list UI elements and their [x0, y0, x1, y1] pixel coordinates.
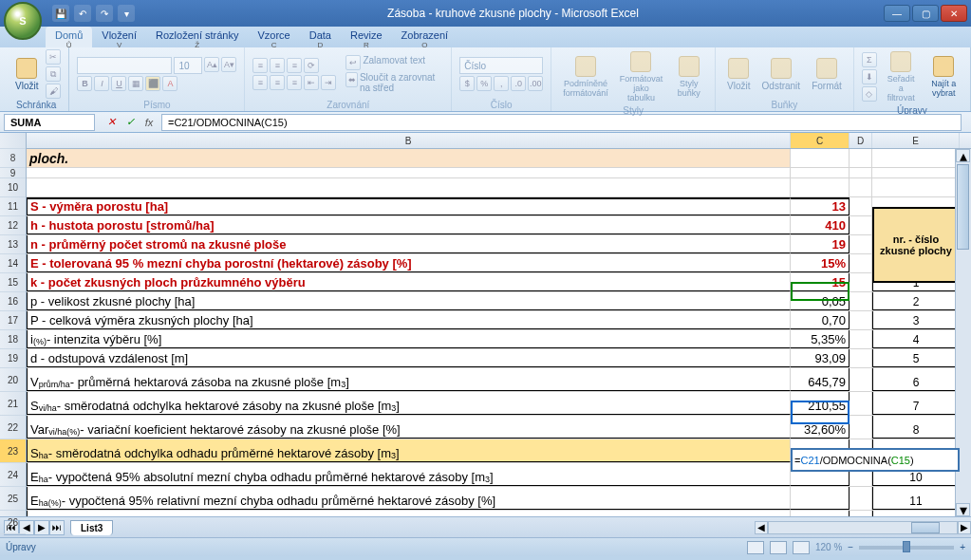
row-header[interactable]: 24: [0, 463, 26, 487]
active-cell-editor[interactable]: =C21/ODMOCNINA(C15): [791, 448, 960, 472]
tab-page-layout[interactable]: Rozložení stránkyŽ: [146, 27, 248, 47]
cell-E20[interactable]: 6: [872, 368, 960, 391]
font-size-select[interactable]: 10: [174, 57, 202, 74]
scroll-up-arrow[interactable]: ▴: [956, 149, 970, 162]
font-name-select[interactable]: [77, 57, 172, 74]
row-header[interactable]: 11: [0, 197, 26, 216]
sort-filter-button[interactable]: Seřadit a filtrovat: [881, 49, 922, 104]
italic-button[interactable]: I: [94, 76, 109, 91]
cell-B8[interactable]: ploch.: [27, 149, 791, 167]
scroll-down-arrow[interactable]: ▾: [956, 503, 970, 516]
cell-E18[interactable]: 4: [872, 330, 960, 348]
cell-C13[interactable]: 19: [791, 235, 850, 253]
col-header-B[interactable]: B: [27, 133, 791, 148]
cell-D15[interactable]: [850, 273, 872, 291]
cell-B14[interactable]: E - tolerovaná 95 % mezní chyba porostní…: [27, 254, 791, 272]
cell-B13[interactable]: n - průměrný počet stromů na zkusné ploš…: [27, 235, 791, 253]
format-painter-icon[interactable]: 🖌: [46, 84, 61, 99]
horizontal-scroll-thumb[interactable]: [911, 522, 940, 533]
row-header[interactable]: 22: [0, 416, 26, 439]
cell-B12[interactable]: h - hustota porostu [stromů/ha]: [27, 216, 791, 234]
find-select-button[interactable]: Najít a vybrat: [924, 54, 962, 100]
cell-E17[interactable]: 3: [872, 311, 960, 329]
col-header-C[interactable]: C: [791, 133, 850, 148]
tab-data[interactable]: DataD: [300, 27, 341, 47]
cell-D21[interactable]: [850, 392, 872, 415]
qat-undo-icon[interactable]: ↶: [74, 5, 91, 22]
bold-button[interactable]: B: [77, 76, 92, 91]
cell-C16[interactable]: 0,05: [791, 292, 850, 310]
row-header[interactable]: 12: [0, 216, 26, 235]
row-header[interactable]: 16: [0, 292, 26, 311]
sheet-tab-list3[interactable]: List3: [70, 520, 113, 535]
qat-redo-icon[interactable]: ↷: [96, 5, 113, 22]
zoom-slider[interactable]: [859, 546, 954, 550]
office-button[interactable]: S: [4, 2, 42, 40]
minimize-button[interactable]: —: [884, 5, 910, 22]
cell-E8[interactable]: [872, 149, 960, 167]
underline-button[interactable]: U: [111, 76, 126, 91]
cell-C21[interactable]: 210,55: [791, 392, 850, 415]
cell-C12[interactable]: 410: [791, 216, 850, 234]
fx-button[interactable]: fx: [140, 114, 158, 131]
cell-B20[interactable]: Vprům/ha - průměrná hektarová zásoba na …: [27, 368, 791, 391]
cell-C9[interactable]: [791, 168, 850, 177]
cell-E16[interactable]: 2: [872, 292, 960, 310]
cell-B9[interactable]: [27, 168, 791, 177]
cell-D26[interactable]: [850, 511, 872, 516]
row-header[interactable]: 21: [0, 392, 26, 416]
hscroll-right-arrow[interactable]: ▶: [958, 521, 971, 534]
cell-D9[interactable]: [850, 168, 872, 177]
cancel-formula-button[interactable]: ✕: [103, 114, 120, 131]
cell-D17[interactable]: [850, 311, 872, 329]
tab-home[interactable]: DomůŮ: [46, 27, 92, 47]
cell-C10[interactable]: [791, 178, 850, 196]
cell-C14[interactable]: 15%: [791, 254, 850, 272]
wrap-text-button[interactable]: ↩: [345, 55, 361, 70]
next-sheet-button[interactable]: ▶: [34, 520, 49, 535]
cell-E19[interactable]: 5: [872, 349, 960, 367]
col-header-D[interactable]: D: [850, 133, 872, 148]
cell-B24[interactable]: Eha - vypočtená 95% absolutní mezní chyb…: [27, 463, 791, 486]
row-header[interactable]: 19: [0, 349, 26, 368]
row-header[interactable]: 18: [0, 330, 26, 349]
row-header[interactable]: 20: [0, 368, 26, 392]
cell-D25[interactable]: [850, 487, 872, 510]
cell-C8[interactable]: [791, 149, 850, 167]
tab-view[interactable]: ZobrazeníO: [392, 27, 458, 47]
cell-C25[interactable]: [791, 487, 850, 510]
zoom-in-button[interactable]: +: [960, 542, 965, 552]
cell-D11[interactable]: [850, 197, 872, 215]
cell-B18[interactable]: i(%) - intenzita výběru [%]: [27, 330, 791, 348]
vertical-scroll-thumb[interactable]: [957, 164, 969, 250]
cell-B21[interactable]: Svi/ha - směrodatná odchylka hektarové z…: [27, 392, 791, 415]
cell-B23[interactable]: Sha - směrodatná odchylka odhadu průměrn…: [27, 439, 791, 462]
view-page-layout-button[interactable]: [770, 541, 787, 554]
last-sheet-button[interactable]: ⏭: [49, 520, 65, 535]
border-button[interactable]: ▦: [128, 76, 143, 91]
cell-D19[interactable]: [850, 349, 872, 367]
number-format-select[interactable]: Číslo: [459, 57, 543, 74]
cell-D13[interactable]: [850, 235, 872, 253]
cell-B17[interactable]: P - celková výměra zkusných plochy [ha]: [27, 311, 791, 329]
hscroll-left-arrow[interactable]: ◀: [755, 521, 768, 534]
conditional-formatting-button[interactable]: Podmíněné formátování: [559, 54, 612, 100]
cell-E22[interactable]: 8: [872, 416, 960, 439]
tab-insert[interactable]: VloženíV: [92, 27, 146, 47]
row-header[interactable]: 25: [0, 487, 26, 511]
cell-B15[interactable]: k - počet zkusných ploch průzkumného výb…: [27, 273, 791, 291]
format-cells-button[interactable]: Formát: [808, 56, 846, 93]
cell-B22[interactable]: Varvi/ha(%) - variační koeficient hektar…: [27, 416, 791, 439]
cell-B16[interactable]: p - velikost zkusné plochy [ha]: [27, 292, 791, 310]
merge-center-button[interactable]: ⬌: [345, 72, 357, 87]
cell-E21[interactable]: 7: [872, 392, 960, 415]
cell-E26[interactable]: 12: [872, 511, 960, 516]
row-header[interactable]: 13: [0, 235, 26, 254]
cell-B19[interactable]: d - odstupová vzdálenost [m]: [27, 349, 791, 367]
cell-B25[interactable]: Eha(%) - vypočtená 95% relativní mezní c…: [27, 487, 791, 510]
cell-C17[interactable]: 0,70: [791, 311, 850, 329]
fill-icon[interactable]: ⬇: [862, 69, 877, 84]
cut-icon[interactable]: ✂: [46, 49, 61, 65]
cell-E25[interactable]: 11: [872, 487, 960, 510]
font-color-button[interactable]: A: [162, 76, 177, 91]
